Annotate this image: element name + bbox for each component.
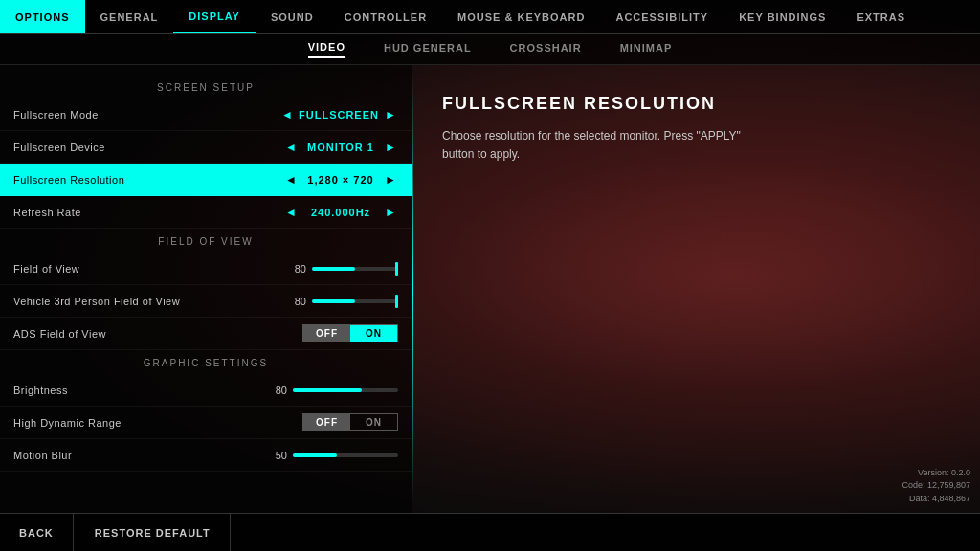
nav-display[interactable]: DISPLAY (173, 0, 256, 33)
fov-header: FIELD OF VIEW (0, 229, 412, 253)
brightness-slider[interactable]: 80 (266, 385, 398, 396)
sub-nav-crosshair[interactable]: CROSSHAIR (510, 42, 582, 57)
brightness-fill (293, 388, 362, 392)
ads-fov-label: ADS Field of View (13, 328, 302, 340)
vehicle-fov-thumb (395, 295, 398, 308)
fullscreen-device-prev[interactable]: ◄ (283, 141, 299, 154)
sub-nav-video[interactable]: VIDEO (308, 41, 345, 58)
vehicle-fov-fill (312, 299, 355, 303)
version-data: Data: 4,848,867 (902, 493, 970, 506)
graphic-settings-header: GRAPHIC SETTINGS (0, 350, 412, 374)
motion-blur-slider[interactable]: 50 (266, 450, 398, 461)
brightness-label: Brightness (13, 385, 266, 396)
fullscreen-mode-control[interactable]: ◄ FULLSCREEN ► (279, 108, 398, 121)
fullscreen-device-row: Fullscreen Device ◄ MONITOR 1 ► (0, 131, 412, 164)
fullscreen-resolution-row: Fullscreen Resolution ◄ 1,280 × 720 ► (0, 164, 412, 196)
sub-nav: VIDEO HUD GENERAL CROSSHAIR MINIMAP (0, 34, 980, 65)
ads-fov-toggle[interactable]: OFF ON (302, 324, 398, 342)
hdr-toggle[interactable]: OFF ON (302, 413, 398, 431)
refresh-rate-label: Refresh Rate (13, 207, 283, 218)
fullscreen-resolution-next[interactable]: ► (383, 173, 398, 187)
brightness-track[interactable] (293, 388, 398, 392)
refresh-rate-next[interactable]: ► (383, 206, 398, 219)
ads-fov-off[interactable]: OFF (303, 325, 350, 342)
restore-default-button[interactable]: RESTORE DEFAULT (76, 514, 231, 551)
screen-setup-header: SCREEN SETUP (0, 75, 412, 99)
bottom-bar: BACK RESTORE DEFAULT (0, 513, 980, 551)
fullscreen-mode-row: Fullscreen Mode ◄ FULLSCREEN ► (0, 99, 412, 131)
hdr-on[interactable]: ON (350, 414, 397, 430)
main-content: SCREEN SETUP Fullscreen Mode ◄ FULLSCREE… (0, 65, 980, 513)
fullscreen-device-control[interactable]: ◄ MONITOR 1 ► (283, 141, 398, 154)
fov-value: 80 (285, 263, 306, 275)
brightness-row: Brightness 80 (0, 374, 412, 407)
back-button[interactable]: BACK (0, 514, 74, 551)
top-nav: OPTIONS GENERAL DISPLAY SOUND CONTROLLER… (0, 0, 980, 34)
motion-blur-value: 50 (266, 450, 287, 461)
ads-fov-row: ADS Field of View OFF ON (0, 318, 412, 350)
motion-blur-fill (293, 453, 337, 457)
fullscreen-device-label: Fullscreen Device (13, 142, 283, 153)
nav-controller[interactable]: CONTROLLER (329, 0, 442, 33)
fullscreen-mode-label: Fullscreen Mode (13, 109, 279, 121)
version-info: Version: 0.2.0 Code: 12,759,807 Data: 4,… (902, 467, 970, 506)
nav-accessibility[interactable]: ACCESSIBILITY (600, 0, 724, 33)
vehicle-fov-slider[interactable]: 80 (285, 296, 398, 307)
left-panel: SCREEN SETUP Fullscreen Mode ◄ FULLSCREE… (0, 65, 412, 513)
sub-nav-hud-general[interactable]: HUD GENERAL (384, 42, 472, 57)
fov-row: Field of View 80 (0, 253, 412, 285)
motion-blur-label: Motion Blur (13, 450, 266, 461)
fov-track[interactable] (312, 267, 398, 271)
nav-key-bindings[interactable]: KEY BINDINGS (724, 0, 841, 33)
motion-blur-track[interactable] (293, 453, 398, 457)
vehicle-fov-row: Vehicle 3rd Person Field of View 80 (0, 285, 412, 318)
refresh-rate-value: 240.000Hz (302, 207, 379, 218)
fov-slider[interactable]: 80 (285, 263, 398, 275)
refresh-rate-control[interactable]: ◄ 240.000Hz ► (283, 206, 398, 219)
fullscreen-device-next[interactable]: ► (383, 141, 398, 154)
fullscreen-resolution-label: Fullscreen Resolution (13, 174, 283, 186)
hdr-row: High Dynamic Range OFF ON (0, 407, 412, 439)
version-number: Version: 0.2.0 (902, 467, 970, 480)
brightness-value: 80 (266, 385, 287, 396)
nav-general[interactable]: GENERAL (85, 0, 174, 33)
fov-thumb (395, 262, 398, 276)
refresh-rate-row: Refresh Rate ◄ 240.000Hz ► (0, 196, 412, 229)
version-code: Code: 12,759,807 (902, 479, 970, 493)
vehicle-fov-value: 80 (285, 296, 306, 307)
fov-fill (312, 267, 355, 271)
nav-sound[interactable]: SOUND (256, 0, 329, 33)
hdr-label: High Dynamic Range (13, 417, 302, 429)
fullscreen-resolution-prev[interactable]: ◄ (283, 173, 299, 187)
fullscreen-resolution-control[interactable]: ◄ 1,280 × 720 ► (283, 173, 398, 187)
fullscreen-mode-next[interactable]: ► (383, 108, 398, 121)
nav-mouse-keyboard[interactable]: MOUSE & KEYBOARD (442, 0, 600, 33)
fullscreen-resolution-value: 1,280 × 720 (302, 174, 379, 186)
ads-fov-on[interactable]: ON (350, 325, 397, 342)
fullscreen-mode-prev[interactable]: ◄ (279, 108, 295, 121)
motion-blur-row: Motion Blur 50 (0, 439, 412, 472)
refresh-rate-prev[interactable]: ◄ (283, 206, 299, 219)
right-panel: FULLSCREEN RESOLUTION Choose resolution … (413, 65, 980, 513)
nav-options[interactable]: OPTIONS (0, 0, 85, 33)
info-title: FULLSCREEN RESOLUTION (442, 94, 951, 114)
fullscreen-mode-value: FULLSCREEN (299, 109, 379, 121)
vehicle-fov-label: Vehicle 3rd Person Field of View (13, 296, 285, 307)
info-description: Choose resolution for the selected monit… (442, 127, 768, 164)
vehicle-fov-track[interactable] (312, 299, 398, 303)
fullscreen-device-value: MONITOR 1 (302, 142, 379, 153)
nav-extras[interactable]: EXTRAS (841, 0, 921, 33)
fov-label: Field of View (13, 263, 285, 275)
sub-nav-minimap[interactable]: MINIMAP (620, 42, 673, 57)
hdr-off[interactable]: OFF (303, 414, 350, 430)
